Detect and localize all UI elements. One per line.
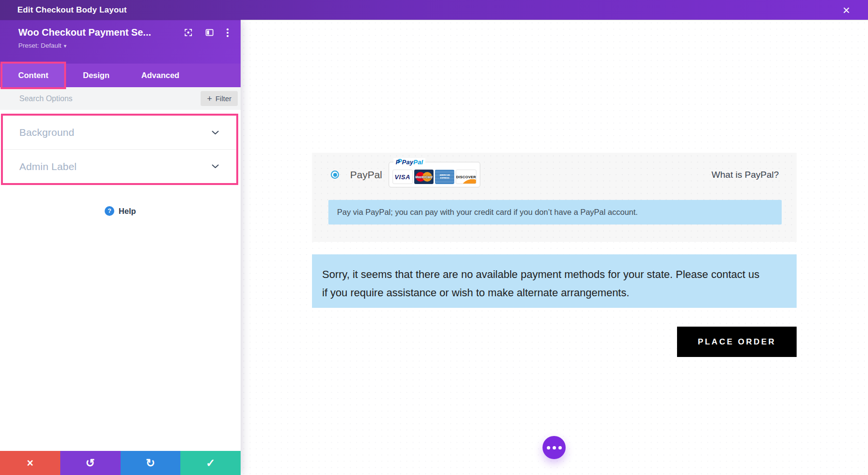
save-button[interactable]: ✓	[180, 451, 241, 475]
no-payment-notice: Sorry, it seems that there are no availa…	[312, 254, 797, 308]
discard-button[interactable]: ×	[0, 451, 60, 475]
undo-icon: ↺	[85, 458, 95, 469]
option-row-background[interactable]: Background	[3, 116, 236, 149]
paypal-mark-icon: P P	[396, 158, 402, 166]
mastercard-card-logo: MasterCard	[414, 170, 434, 184]
undo-button[interactable]: ↺	[60, 451, 121, 475]
option-row-admin-label[interactable]: Admin Label	[3, 149, 236, 183]
preset-selector[interactable]: Preset: Default▾	[18, 42, 67, 49]
paypal-cards-logo: P P PayPal VISA MasterCard	[389, 162, 480, 187]
module-title: Woo Checkout Payment Se...	[18, 27, 179, 38]
check-icon: ✓	[206, 458, 215, 469]
paypal-description-box: Pay via PayPal; you can pay with your cr…	[328, 200, 782, 224]
chevron-down-icon	[212, 164, 219, 169]
close-icon: ×	[842, 4, 850, 16]
redo-button[interactable]: ↻	[121, 451, 181, 475]
notice-text: Sorry, it seems that there are no availa…	[322, 265, 766, 302]
ellipsis-icon	[547, 446, 550, 449]
x-icon: ×	[27, 458, 33, 469]
checkout-preview: PayPal P P PayPal VISA	[241, 20, 868, 475]
redo-icon: ↻	[146, 458, 155, 469]
help-link[interactable]: ? Help	[0, 205, 241, 217]
panel-header: Woo Checkout Payment Se...	[0, 20, 241, 64]
amex-card-logo: AMERICAN EXPRESS	[435, 170, 454, 184]
visa-card-logo: VISA	[393, 170, 413, 184]
search-row: + Filter	[0, 87, 241, 110]
option-label: Admin Label	[19, 161, 212, 172]
panel-footer: × ↺ ↻ ✓	[0, 451, 241, 475]
tab-advanced[interactable]: Advanced	[128, 64, 192, 87]
plus-icon: +	[207, 94, 212, 103]
paypal-description: Pay via PayPal; you can pay with your cr…	[337, 208, 638, 217]
caret-down-icon: ▾	[64, 43, 67, 49]
what-is-paypal-link[interactable]: What is PayPal?	[709, 169, 782, 181]
paypal-label: PayPal	[350, 169, 382, 181]
preset-label: Preset: Default	[18, 42, 61, 49]
filter-button-label: Filter	[216, 94, 231, 103]
ellipsis-icon	[553, 446, 556, 449]
topbar: Edit Checkout Body Layout ×	[0, 0, 868, 20]
paypal-wordmark: P P PayPal	[393, 158, 426, 166]
help-label: Help	[119, 207, 136, 216]
divi-builder-screen: Edit Checkout Body Layout × Woo Checkout…	[0, 0, 868, 475]
option-label: Background	[19, 127, 212, 138]
focus-frame-icon[interactable]	[184, 28, 193, 37]
payment-methods-box: PayPal P P PayPal VISA	[312, 153, 797, 242]
ellipsis-icon	[558, 446, 562, 449]
tab-content[interactable]: Content	[2, 64, 64, 87]
options-group-highlighted: Background Admin Label	[1, 114, 238, 185]
search-options-input[interactable]	[18, 94, 153, 104]
modal-title: Edit Checkout Body Layout	[17, 5, 127, 15]
filter-button[interactable]: + Filter	[201, 91, 238, 106]
chevron-down-icon	[212, 131, 219, 135]
paypal-radio[interactable]	[331, 171, 339, 179]
close-button[interactable]: ×	[835, 0, 857, 20]
header-icons	[184, 28, 229, 38]
place-order-button[interactable]: PLACE ORDER	[677, 327, 797, 357]
paypal-method-row: PayPal P P PayPal VISA	[331, 162, 782, 187]
help-question-icon: ?	[105, 206, 114, 216]
tab-design[interactable]: Design	[64, 64, 128, 87]
kebab-menu-icon[interactable]	[226, 28, 229, 38]
settings-tabs: Content Design Advanced	[0, 64, 241, 87]
module-settings-panel: Woo Checkout Payment Se...	[0, 20, 241, 475]
split-columns-icon[interactable]	[205, 28, 214, 37]
card-logos-row: VISA MasterCard AMERICAN EXPRESS DISCOVE…	[393, 170, 476, 184]
discover-card-logo: DISCOVER	[456, 170, 476, 184]
module-settings-toggle[interactable]	[542, 436, 566, 459]
